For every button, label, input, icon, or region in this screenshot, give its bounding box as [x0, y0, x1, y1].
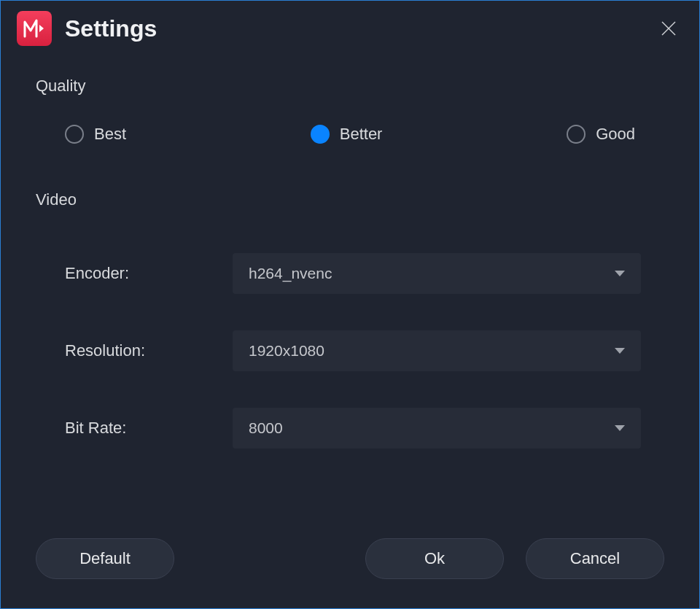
- resolution-value: 1920x1080: [249, 342, 324, 360]
- encoder-field-row: Encoder: h264_nvenc: [36, 253, 664, 294]
- bitrate-label: Bit Rate:: [65, 419, 233, 438]
- button-row: Default Ok Cancel: [1, 538, 699, 608]
- ok-button[interactable]: Ok: [365, 538, 504, 579]
- quality-radio-group: Best Better Good: [36, 125, 664, 144]
- radio-label: Best: [94, 125, 126, 144]
- default-button[interactable]: Default: [36, 538, 174, 579]
- resolution-select[interactable]: 1920x1080: [233, 330, 641, 371]
- content-area: Quality Best Better Good Video Encoder: …: [1, 56, 699, 538]
- close-icon: [660, 20, 677, 37]
- cancel-button[interactable]: Cancel: [526, 538, 664, 579]
- titlebar: Settings: [1, 1, 699, 56]
- close-button[interactable]: [654, 14, 683, 43]
- encoder-select[interactable]: h264_nvenc: [233, 253, 641, 294]
- app-icon: [17, 11, 52, 46]
- resolution-label: Resolution:: [65, 341, 233, 360]
- settings-window: Settings Quality Best Better Good Vide: [0, 0, 700, 609]
- video-section-label: Video: [36, 190, 664, 209]
- encoder-value: h264_nvenc: [249, 265, 332, 282]
- radio-icon: [567, 125, 586, 144]
- encoder-label: Encoder:: [65, 264, 233, 283]
- bitrate-select[interactable]: 8000: [233, 408, 641, 449]
- radio-label: Better: [340, 125, 383, 144]
- radio-icon: [65, 125, 84, 144]
- quality-radio-better[interactable]: Better: [311, 125, 383, 144]
- radio-label: Good: [596, 125, 635, 144]
- chevron-down-icon: [615, 348, 625, 354]
- quality-radio-best[interactable]: Best: [65, 125, 126, 144]
- quality-section-label: Quality: [36, 77, 664, 96]
- bitrate-field-row: Bit Rate: 8000: [36, 408, 664, 449]
- radio-icon: [311, 125, 330, 144]
- chevron-down-icon: [615, 271, 625, 276]
- chevron-down-icon: [615, 425, 625, 431]
- bitrate-value: 8000: [249, 419, 283, 437]
- quality-radio-good[interactable]: Good: [567, 125, 635, 144]
- window-title: Settings: [65, 15, 641, 42]
- resolution-field-row: Resolution: 1920x1080: [36, 330, 664, 371]
